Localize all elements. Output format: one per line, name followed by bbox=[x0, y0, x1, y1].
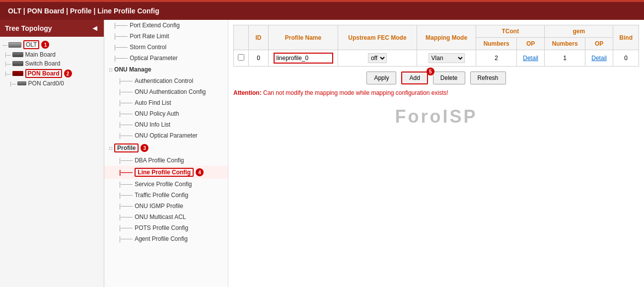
sidebar-header: Tree Topology ◄ bbox=[0, 20, 104, 37]
mainboard-icon bbox=[12, 52, 23, 57]
nav-item-storm-control[interactable]: |—— Storm Control bbox=[104, 42, 228, 53]
th-upstream-fec: Upstream FEC Mode bbox=[338, 25, 417, 50]
row-bind-number: 0 bbox=[613, 50, 639, 67]
row-fec-mode: off on bbox=[338, 50, 417, 67]
poncard-label: PON Card0/0 bbox=[28, 80, 64, 87]
nav-item-dba-profile[interactable]: |—— DBA Profile Config bbox=[104, 155, 228, 166]
olt-label: OLT bbox=[23, 40, 39, 49]
nav-item-port-extend[interactable]: |—— Port Extend Config bbox=[104, 20, 228, 31]
header: OLT | PON Board | Profile | Line Profile… bbox=[0, 2, 644, 20]
sidebar: Tree Topology ◄ — OLT 1 |— Main Board bbox=[0, 20, 104, 287]
nav-item-onu-optical[interactable]: |—— ONU Optical Parameter bbox=[104, 130, 228, 141]
th-gem-group: gem bbox=[545, 25, 613, 38]
switchboard-label: Switch Board bbox=[25, 60, 61, 67]
tcont-detail-link[interactable]: Detail bbox=[523, 55, 538, 62]
nav-item-onu-info[interactable]: |—— ONU Info List bbox=[104, 119, 228, 130]
apply-button[interactable]: Apply bbox=[366, 72, 396, 84]
nav-item-agent-profile[interactable]: |—— Agent Profile Config bbox=[104, 233, 228, 244]
row-profile-name bbox=[269, 50, 338, 67]
mapping-mode-select[interactable]: Vlan Gem GemPort bbox=[429, 53, 465, 63]
row-gem-op: Detail bbox=[585, 50, 613, 67]
row-id: 0 bbox=[249, 50, 269, 67]
profile-section-label: Profile bbox=[114, 144, 139, 152]
row-gem-numbers: 1 bbox=[545, 50, 585, 67]
switchboard-icon bbox=[12, 61, 23, 66]
watermark: ForoISP bbox=[233, 106, 639, 127]
nav-item-service-profile[interactable]: |—— Service Profile Config bbox=[104, 179, 228, 190]
fec-mode-select[interactable]: off on bbox=[368, 53, 387, 63]
th-gem-numbers: Numbers bbox=[545, 38, 585, 50]
button-area: Apply Add 5 Delete Refresh bbox=[233, 72, 639, 84]
th-profile-name: Profile Name bbox=[269, 25, 338, 50]
tree-item-olt[interactable]: — OLT 1 bbox=[0, 39, 104, 50]
row-checkbox[interactable] bbox=[234, 50, 249, 67]
tree-area: — OLT 1 |— Main Board |— bbox=[0, 37, 104, 287]
tree-connector: — bbox=[2, 42, 7, 48]
tree-item-mainboard[interactable]: |— Main Board bbox=[0, 50, 104, 59]
olt-icon bbox=[8, 42, 21, 48]
th-checkbox bbox=[234, 25, 249, 50]
data-table: ID Profile Name Upstream FEC Mode Mappin… bbox=[233, 25, 639, 67]
nav-item-onu-igmp[interactable]: |—— ONU IGMP Profile bbox=[104, 201, 228, 212]
breadcrumb: OLT | PON Board | Profile | Line Profile… bbox=[8, 7, 159, 15]
row-mapping-mode: Vlan Gem GemPort bbox=[417, 50, 476, 67]
sidebar-collapse-button[interactable]: ◄ bbox=[91, 24, 99, 33]
tree-item-poncard[interactable]: |— PON Card0/0 bbox=[0, 79, 104, 88]
olt-badge: 1 bbox=[41, 41, 49, 49]
tree-item-ponboard[interactable]: |— PON Board 2 bbox=[0, 68, 104, 79]
row-tcont-numbers: 2 bbox=[476, 50, 517, 67]
sidebar-title: Tree Topology bbox=[5, 24, 52, 32]
th-mapping-mode: Mapping Mode bbox=[417, 25, 476, 50]
add-badge: 5 bbox=[427, 68, 434, 75]
row-tcont-op: Detail bbox=[516, 50, 544, 67]
line-profile-badge: 4 bbox=[196, 168, 204, 176]
ponboard-badge: 2 bbox=[64, 70, 72, 77]
refresh-button[interactable]: Refresh bbox=[470, 72, 506, 84]
nav-item-onu-auth-config[interactable]: |—— ONU Authentication Config bbox=[104, 86, 228, 97]
nav-section-onu-manage[interactable]: □ ONU Manage bbox=[104, 64, 228, 75]
tree-item-switchboard[interactable]: |— Switch Board bbox=[0, 59, 104, 68]
delete-button[interactable]: Delete bbox=[433, 72, 465, 84]
nav-item-auth-control[interactable]: |—— Authentication Control bbox=[104, 75, 228, 86]
content-area: ID Profile Name Upstream FEC Mode Mappin… bbox=[228, 20, 644, 287]
attention-label: Attention: bbox=[233, 89, 262, 96]
th-bind: Bind bbox=[613, 25, 639, 50]
nav-item-pots-profile[interactable]: |—— POTS Profile Config bbox=[104, 222, 228, 233]
gem-detail-link[interactable]: Detail bbox=[591, 55, 607, 62]
mainboard-label: Main Board bbox=[25, 51, 56, 58]
profile-name-input[interactable] bbox=[274, 53, 333, 64]
nav-item-optical-param[interactable]: |—— Optical Parameter bbox=[104, 53, 228, 64]
th-tcont-op: OP bbox=[516, 38, 544, 50]
profile-badge: 3 bbox=[141, 144, 148, 152]
attention-text: Can not modify the mapping mode while ma… bbox=[263, 89, 448, 96]
row-select-checkbox[interactable] bbox=[238, 54, 244, 61]
line-profile-label: Line Profile Config bbox=[135, 168, 194, 177]
th-id: ID bbox=[249, 25, 269, 50]
poncard-icon bbox=[17, 81, 26, 85]
th-tcont-group: TCont bbox=[476, 25, 545, 38]
nav-panel: |—— Port Extend Config |—— Port Rate Lim… bbox=[104, 20, 228, 287]
add-button[interactable]: Add bbox=[401, 72, 428, 84]
nav-item-traffic-profile[interactable]: |—— Traffic Profile Config bbox=[104, 190, 228, 201]
attention-message: Attention: Can not modify the mapping mo… bbox=[233, 89, 639, 96]
table-row: 0 off on Vlan bbox=[234, 50, 639, 67]
nav-item-onu-policy[interactable]: |—— ONU Policy Auth bbox=[104, 108, 228, 119]
th-tcont-numbers: Numbers bbox=[476, 38, 517, 50]
nav-section-profile[interactable]: □ Profile 3 bbox=[104, 141, 228, 155]
nav-item-port-rate[interactable]: |—— Port Rate Limit bbox=[104, 31, 228, 42]
nav-item-onu-multicast[interactable]: |—— ONU Multicast ACL bbox=[104, 212, 228, 222]
nav-item-auto-find[interactable]: |—— Auto Find List bbox=[104, 97, 228, 108]
ponboard-label: PON Board bbox=[25, 69, 62, 78]
nav-item-line-profile[interactable]: |—— Line Profile Config 4 bbox=[104, 166, 228, 179]
ponboard-icon bbox=[12, 71, 23, 76]
th-gem-op: OP bbox=[585, 38, 613, 50]
